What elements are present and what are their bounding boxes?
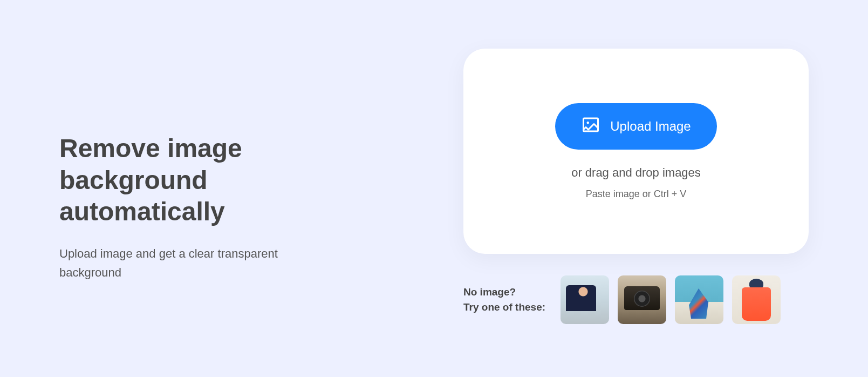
sample-images-row: No image? Try one of these: bbox=[463, 275, 809, 324]
right-upload-panel: Upload Image or drag and drop images Pas… bbox=[463, 49, 809, 345]
headline: Remove image background automatically bbox=[59, 133, 340, 228]
subheadline: Upload image and get a clear transparent… bbox=[59, 244, 340, 282]
drag-drop-hint: or drag and drop images bbox=[571, 166, 701, 180]
hero-section: Remove image background automatically Up… bbox=[0, 0, 868, 377]
sample-thumb-camera[interactable] bbox=[618, 275, 666, 324]
left-text-panel: Remove image background automatically Up… bbox=[59, 49, 431, 345]
svg-point-1 bbox=[587, 122, 590, 124]
sample-thumbnails bbox=[561, 275, 781, 324]
try-text: Try one of these: bbox=[463, 300, 545, 315]
image-icon bbox=[581, 115, 600, 138]
upload-button-label: Upload Image bbox=[610, 119, 691, 134]
paste-hint: Paste image or Ctrl + V bbox=[586, 188, 687, 200]
no-image-text: No image? bbox=[463, 285, 545, 300]
upload-dropzone[interactable]: Upload Image or drag and drop images Pas… bbox=[463, 49, 809, 254]
sample-thumb-shoe[interactable] bbox=[675, 275, 723, 324]
sample-thumb-woman[interactable] bbox=[732, 275, 781, 324]
samples-prompt: No image? Try one of these: bbox=[463, 285, 545, 315]
sample-thumb-person[interactable] bbox=[561, 275, 609, 324]
upload-image-button[interactable]: Upload Image bbox=[555, 103, 716, 150]
